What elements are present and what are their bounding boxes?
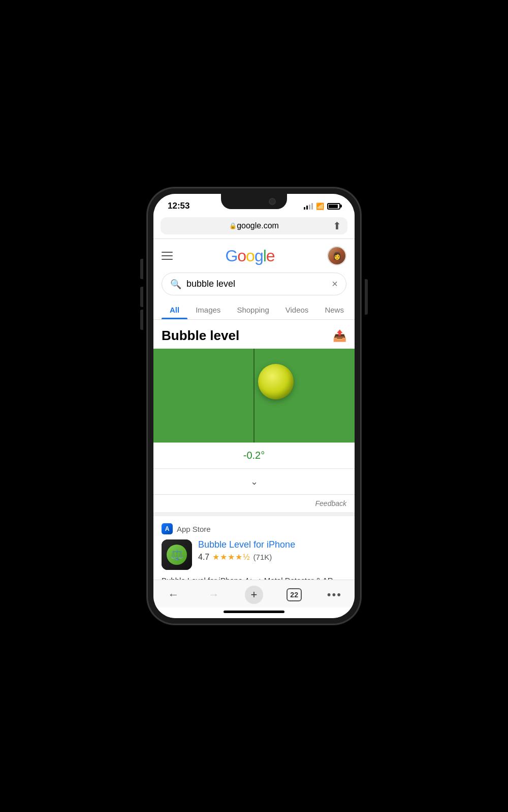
app-description: Bubble Level for iPhone 4+. + Metal Dete… [162, 575, 346, 580]
new-tab-button[interactable]: + [243, 585, 265, 604]
battery-icon [327, 203, 340, 210]
tab-count: 22 [287, 588, 302, 601]
app-name[interactable]: Bubble Level for iPhone [198, 539, 346, 550]
search-query-text: bubble level [186, 279, 327, 289]
bubble-level-widget[interactable] [153, 349, 355, 443]
back-arrow-icon: ← [168, 588, 179, 601]
avatar[interactable]: 👩 [327, 246, 346, 265]
forward-arrow-icon: → [208, 588, 219, 601]
page-content[interactable]: Google 👩 🔍 bubble level × All Images Sho… [153, 239, 355, 580]
tab-maps[interactable]: Maps [352, 300, 355, 319]
kp-header: Bubble level 📤 [153, 320, 355, 349]
review-count: (71K) [253, 553, 272, 561]
feedback-link[interactable]: Feedback [315, 499, 346, 507]
expand-button[interactable]: ⌄ [153, 469, 355, 495]
url-text: google.com [237, 221, 279, 230]
front-camera [269, 198, 276, 205]
search-box-wrap: 🔍 bubble level × [153, 269, 355, 300]
more-options-button[interactable]: ••• [323, 585, 345, 604]
google-logo: Google [225, 247, 274, 265]
share-button[interactable]: ⬆ [333, 220, 341, 232]
home-indicator [153, 607, 355, 618]
bubble-indicator [258, 364, 294, 399]
menu-button[interactable] [162, 252, 173, 260]
tab-switcher-button[interactable]: 22 [283, 585, 305, 604]
tab-all[interactable]: All [162, 300, 187, 319]
star-rating: ★★★★½ [212, 552, 250, 562]
search-clear-button[interactable]: × [332, 278, 338, 290]
google-header: Google 👩 [153, 239, 355, 269]
degree-reading: -0.2° [153, 443, 355, 469]
more-icon: ••• [327, 588, 342, 601]
app-icon: ⚖️ [162, 539, 192, 570]
app-store-icon: A [162, 523, 173, 534]
tab-images[interactable]: Images [187, 300, 229, 319]
search-box[interactable]: 🔍 bubble level × [162, 273, 346, 295]
notch [221, 194, 287, 209]
phone-screen: 12:53 📶 🔒 google.com ⬆ [153, 194, 355, 618]
url-bar[interactable]: 🔒 google.com ⬆ [161, 217, 347, 234]
kp-share-button[interactable]: 📤 [333, 329, 346, 343]
app-source: A App Store [162, 523, 346, 534]
wifi-icon: 📶 [316, 202, 324, 210]
search-tabs: All Images Shopping Videos News Maps Boo… [153, 300, 355, 320]
app-source-name: App Store [177, 525, 211, 533]
browser-nav: ← → + 22 ••• [153, 580, 355, 607]
chevron-down-icon: ⌄ [250, 477, 258, 487]
app-result: A App Store ⚖️ Bubble Level for iPhone 4… [153, 516, 355, 580]
status-time: 12:53 [168, 201, 189, 211]
search-icon: 🔍 [170, 279, 181, 290]
feedback-row: Feedback [153, 495, 355, 516]
status-icons: 📶 [304, 202, 340, 210]
phone-frame: 12:53 📶 🔒 google.com ⬆ [147, 188, 361, 624]
kp-title: Bubble level [162, 328, 239, 344]
signal-icon [304, 203, 313, 210]
level-line [253, 349, 255, 443]
home-bar [224, 611, 284, 613]
knowledge-panel: Bubble level 📤 -0.2° ⌄ Feedback [153, 320, 355, 516]
back-button[interactable]: ← [163, 585, 185, 604]
tab-shopping[interactable]: Shopping [229, 300, 277, 319]
add-tab-icon: + [245, 586, 263, 604]
rating-number: 4.7 [198, 553, 209, 562]
lock-icon: 🔒 [229, 222, 237, 229]
tab-videos[interactable]: Videos [277, 300, 317, 319]
tab-news[interactable]: News [316, 300, 352, 319]
forward-button[interactable]: → [203, 585, 225, 604]
app-rating-row: 4.7 ★★★★½ (71K) [198, 552, 346, 562]
app-info: ⚖️ Bubble Level for iPhone 4.7 ★★★★½ (71… [162, 539, 346, 570]
browser-bar: 🔒 google.com ⬆ [153, 213, 355, 239]
app-details: Bubble Level for iPhone 4.7 ★★★★½ (71K) [198, 539, 346, 562]
